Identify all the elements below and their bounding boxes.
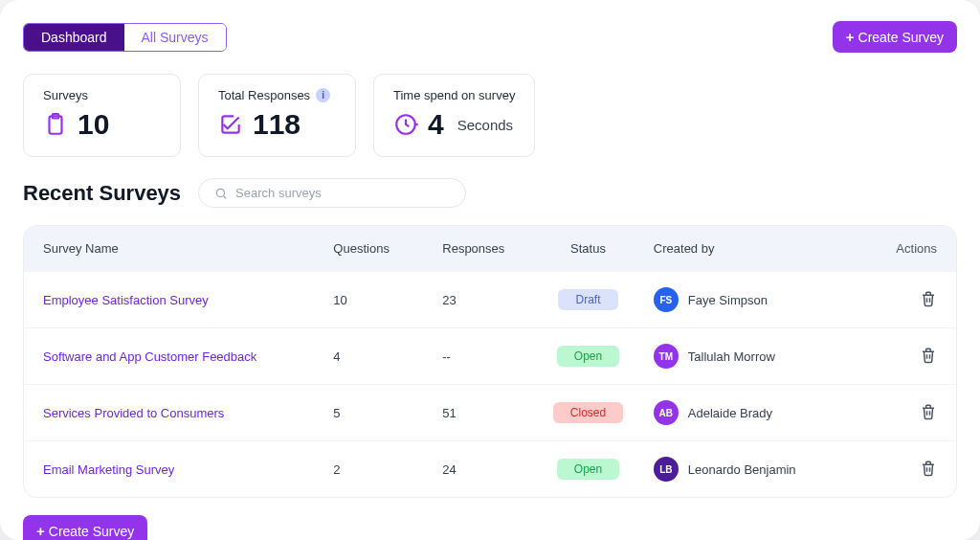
stat-surveys: Surveys 10 bbox=[23, 74, 181, 157]
app-frame: Dashboard All Surveys + Create Survey Su… bbox=[0, 0, 980, 540]
stat-responses: Total Responses i 118 bbox=[198, 74, 356, 157]
user-name: Tallulah Morrow bbox=[688, 349, 775, 364]
search-input[interactable] bbox=[235, 186, 450, 200]
create-survey-button[interactable]: + Create Survey bbox=[833, 21, 957, 53]
cell-responses: 51 bbox=[413, 406, 523, 420]
cell-questions: 5 bbox=[304, 406, 413, 420]
table-row: Software and App Customer Feedback4--Ope… bbox=[24, 327, 956, 384]
check-square-icon bbox=[218, 112, 243, 137]
delete-icon[interactable] bbox=[920, 347, 937, 367]
survey-name-link[interactable]: Services Provided to Consumers bbox=[43, 406, 304, 420]
clipboard-icon bbox=[43, 112, 68, 137]
create-survey-label: Create Survey bbox=[858, 30, 944, 45]
stat-responses-value: 118 bbox=[253, 108, 301, 141]
surveys-table: Survey Name Questions Responses Status C… bbox=[23, 225, 957, 498]
cell-questions: 2 bbox=[304, 462, 413, 477]
survey-name-link[interactable]: Email Marketing Survey bbox=[43, 462, 304, 477]
col-created-by: Created by bbox=[654, 241, 850, 256]
cell-created-by: FSFaye Simpson bbox=[654, 287, 850, 312]
col-status: Status bbox=[523, 241, 654, 256]
search-icon bbox=[214, 187, 228, 200]
user-name: Adelaide Brady bbox=[688, 406, 772, 420]
survey-name-link[interactable]: Employee Satisfaction Survey bbox=[43, 293, 304, 307]
cell-responses: 23 bbox=[413, 293, 523, 307]
col-actions: Actions bbox=[850, 241, 937, 256]
section-head: Recent Surveys bbox=[23, 178, 957, 208]
user-name: Faye Simpson bbox=[688, 293, 768, 307]
col-name: Survey Name bbox=[43, 241, 304, 256]
stat-time: Time spend on survey 4 Seconds bbox=[373, 74, 535, 157]
cell-status: Closed bbox=[523, 402, 654, 423]
user-name: Leonardo Benjamin bbox=[688, 462, 796, 477]
info-icon[interactable]: i bbox=[316, 88, 330, 102]
cell-created-by: ABAdelaide Brady bbox=[654, 400, 850, 425]
view-tabs: Dashboard All Surveys bbox=[23, 23, 227, 52]
col-responses: Responses bbox=[413, 241, 523, 256]
create-survey-label: Create Survey bbox=[49, 524, 134, 539]
status-badge: Closed bbox=[553, 402, 623, 423]
cell-questions: 10 bbox=[304, 293, 413, 307]
status-badge: Open bbox=[557, 346, 619, 367]
stats-row: Surveys 10 Total Responses i 118 Time sp… bbox=[23, 74, 957, 157]
stat-surveys-value: 10 bbox=[78, 108, 109, 141]
status-badge: Open bbox=[557, 459, 619, 480]
delete-icon[interactable] bbox=[920, 290, 937, 310]
stat-time-title: Time spend on survey bbox=[393, 88, 515, 102]
delete-icon[interactable] bbox=[920, 403, 937, 423]
stat-responses-title: Total Responses bbox=[218, 88, 310, 102]
delete-icon[interactable] bbox=[920, 460, 937, 480]
section-title: Recent Surveys bbox=[23, 181, 181, 206]
clock-icon bbox=[393, 112, 418, 137]
status-badge: Draft bbox=[558, 289, 617, 310]
cell-status: Open bbox=[523, 459, 654, 480]
create-survey-button-footer[interactable]: + Create Survey bbox=[23, 515, 147, 540]
cell-status: Draft bbox=[523, 289, 654, 310]
search-wrap[interactable] bbox=[198, 178, 466, 208]
avatar: LB bbox=[654, 457, 679, 482]
table-row: Email Marketing Survey224OpenLBLeonardo … bbox=[24, 440, 956, 497]
avatar: FS bbox=[654, 287, 679, 312]
survey-name-link[interactable]: Software and App Customer Feedback bbox=[43, 349, 304, 364]
table-row: Employee Satisfaction Survey1023DraftFSF… bbox=[24, 271, 956, 327]
plus-icon: + bbox=[846, 29, 855, 45]
cell-status: Open bbox=[523, 346, 654, 367]
cell-responses: 24 bbox=[413, 462, 523, 477]
topbar: Dashboard All Surveys + Create Survey bbox=[23, 21, 957, 53]
stat-time-unit: Seconds bbox=[457, 117, 513, 133]
col-questions: Questions bbox=[304, 241, 413, 256]
stat-time-value: 4 bbox=[428, 108, 444, 141]
table-header: Survey Name Questions Responses Status C… bbox=[24, 226, 956, 271]
cell-questions: 4 bbox=[304, 349, 413, 364]
plus-icon: + bbox=[36, 523, 45, 539]
table-body: Employee Satisfaction Survey1023DraftFSF… bbox=[24, 271, 956, 497]
stat-surveys-title: Surveys bbox=[43, 88, 161, 102]
avatar: TM bbox=[654, 344, 679, 369]
table-row: Services Provided to Consumers551ClosedA… bbox=[24, 384, 956, 440]
avatar: AB bbox=[654, 400, 679, 425]
footer: + Create Survey bbox=[23, 515, 957, 540]
cell-responses: -- bbox=[413, 349, 523, 364]
svg-point-3 bbox=[216, 189, 224, 196]
cell-created-by: TMTallulah Morrow bbox=[654, 344, 850, 369]
cell-created-by: LBLeonardo Benjamin bbox=[654, 457, 850, 482]
tab-dashboard[interactable]: Dashboard bbox=[24, 24, 124, 51]
tab-all-surveys[interactable]: All Surveys bbox=[124, 24, 226, 51]
